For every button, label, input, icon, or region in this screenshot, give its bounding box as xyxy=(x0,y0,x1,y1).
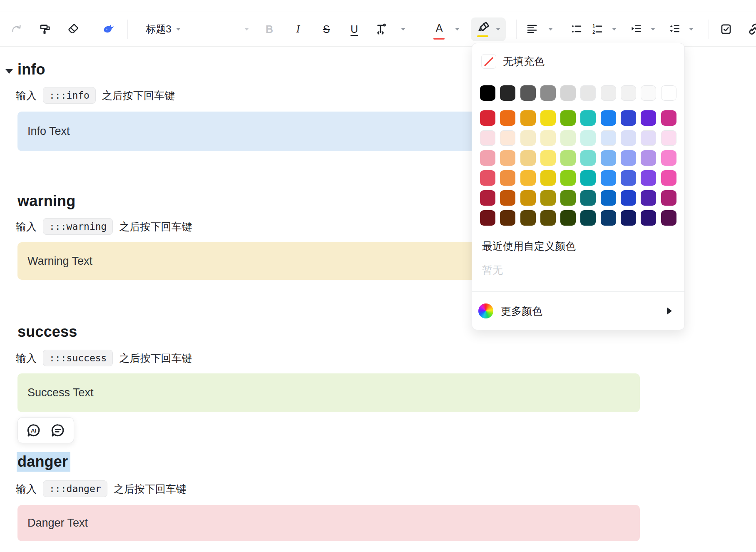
color-swatch[interactable] xyxy=(540,130,556,146)
heading-style-dropdown[interactable]: 标题3 xyxy=(135,17,191,42)
color-swatch[interactable] xyxy=(540,85,556,101)
color-swatch[interactable] xyxy=(560,130,576,146)
color-swatch[interactable] xyxy=(580,210,596,226)
color-swatch[interactable] xyxy=(621,190,636,206)
color-swatch[interactable] xyxy=(641,130,656,146)
success-callout[interactable]: Success Text xyxy=(17,373,640,412)
color-swatch[interactable] xyxy=(601,170,616,186)
color-swatch[interactable] xyxy=(520,170,536,186)
color-swatch[interactable] xyxy=(661,110,676,126)
color-swatch[interactable] xyxy=(540,110,556,126)
format-painter-button[interactable] xyxy=(37,17,53,42)
color-swatch[interactable] xyxy=(480,170,495,186)
line-spacing-dropdown[interactable] xyxy=(683,17,699,42)
color-swatch[interactable] xyxy=(661,130,676,146)
color-swatch[interactable] xyxy=(661,210,676,226)
color-swatch[interactable] xyxy=(480,190,495,206)
color-swatch[interactable] xyxy=(520,130,536,146)
color-swatch[interactable] xyxy=(641,170,656,186)
color-swatch[interactable] xyxy=(560,150,576,166)
text-size-adjust-button[interactable] xyxy=(373,17,390,42)
color-swatch[interactable] xyxy=(661,190,676,206)
color-swatch[interactable] xyxy=(621,110,636,126)
color-swatch[interactable] xyxy=(520,150,536,166)
color-swatch[interactable] xyxy=(601,210,616,226)
highlight-color-button[interactable] xyxy=(471,17,506,41)
color-swatch[interactable] xyxy=(520,110,536,126)
align-button[interactable] xyxy=(524,17,540,42)
color-swatch[interactable] xyxy=(580,150,596,166)
color-swatch[interactable] xyxy=(500,170,515,186)
line-spacing-button[interactable] xyxy=(666,17,683,42)
color-swatch[interactable] xyxy=(641,110,656,126)
color-swatch[interactable] xyxy=(580,130,596,146)
task-list-button[interactable] xyxy=(718,17,734,42)
font-color-dropdown[interactable] xyxy=(449,17,465,42)
align-dropdown[interactable] xyxy=(542,17,559,42)
indent-dropdown[interactable] xyxy=(644,17,661,42)
color-swatch[interactable] xyxy=(520,85,536,101)
bold-button[interactable]: B xyxy=(261,17,278,42)
color-swatch[interactable] xyxy=(560,190,576,206)
underline-button[interactable]: U xyxy=(346,17,363,42)
color-swatch[interactable] xyxy=(500,130,515,146)
color-swatch[interactable] xyxy=(641,190,656,206)
indent-button[interactable] xyxy=(628,17,644,42)
color-swatch[interactable] xyxy=(580,85,596,101)
color-swatch[interactable] xyxy=(480,130,495,146)
link-button[interactable] xyxy=(745,17,756,42)
color-swatch[interactable] xyxy=(621,170,636,186)
color-swatch[interactable] xyxy=(641,210,656,226)
color-swatch[interactable] xyxy=(500,190,515,206)
color-swatch[interactable] xyxy=(661,170,676,186)
color-swatch[interactable] xyxy=(601,85,616,101)
ai-assistant-button[interactable] xyxy=(101,17,117,42)
danger-callout[interactable]: Danger Text xyxy=(17,505,640,541)
italic-button[interactable]: I xyxy=(290,17,306,42)
more-colors-button[interactable]: 更多颜色 xyxy=(472,292,684,330)
strikethrough-button[interactable]: S xyxy=(318,17,335,42)
color-swatch[interactable] xyxy=(641,150,656,166)
color-swatch[interactable] xyxy=(621,150,636,166)
numbered-list-dropdown[interactable] xyxy=(606,17,622,42)
color-swatch[interactable] xyxy=(480,150,495,166)
ai-action-button[interactable]: AI xyxy=(25,422,42,439)
color-swatch[interactable] xyxy=(540,210,556,226)
color-swatch[interactable] xyxy=(560,85,576,101)
color-swatch[interactable] xyxy=(500,150,515,166)
color-swatch[interactable] xyxy=(560,110,576,126)
color-swatch[interactable] xyxy=(601,150,616,166)
color-swatch[interactable] xyxy=(560,170,576,186)
color-swatch[interactable] xyxy=(621,130,636,146)
color-swatch[interactable] xyxy=(500,85,515,101)
numbered-list-button[interactable]: 1 2 xyxy=(589,17,606,42)
color-swatch[interactable] xyxy=(601,130,616,146)
color-swatch[interactable] xyxy=(480,210,495,226)
color-swatch[interactable] xyxy=(661,85,676,101)
collapse-toggle-icon[interactable] xyxy=(5,69,13,74)
color-swatch[interactable] xyxy=(580,110,596,126)
color-swatch[interactable] xyxy=(500,110,515,126)
color-swatch[interactable] xyxy=(621,210,636,226)
redo-button[interactable] xyxy=(8,17,25,42)
color-swatch[interactable] xyxy=(601,190,616,206)
bullet-list-button[interactable] xyxy=(568,17,585,42)
color-swatch[interactable] xyxy=(480,85,495,101)
color-swatch[interactable] xyxy=(520,210,536,226)
color-swatch[interactable] xyxy=(641,85,656,101)
no-fill-option[interactable]: 无填充色 xyxy=(481,54,545,69)
color-swatch[interactable] xyxy=(621,85,636,101)
color-swatch[interactable] xyxy=(520,190,536,206)
color-swatch[interactable] xyxy=(540,170,556,186)
color-swatch[interactable] xyxy=(560,210,576,226)
font-color-button[interactable]: A xyxy=(431,17,448,42)
color-swatch[interactable] xyxy=(480,110,495,126)
text-size-dropdown[interactable] xyxy=(395,17,411,42)
color-swatch[interactable] xyxy=(500,210,515,226)
color-swatch[interactable] xyxy=(580,170,596,186)
color-swatch[interactable] xyxy=(540,190,556,206)
clear-format-button[interactable] xyxy=(65,17,82,42)
comment-button[interactable] xyxy=(50,422,66,439)
color-swatch[interactable] xyxy=(601,110,616,126)
font-size-dropdown[interactable] xyxy=(238,17,255,42)
